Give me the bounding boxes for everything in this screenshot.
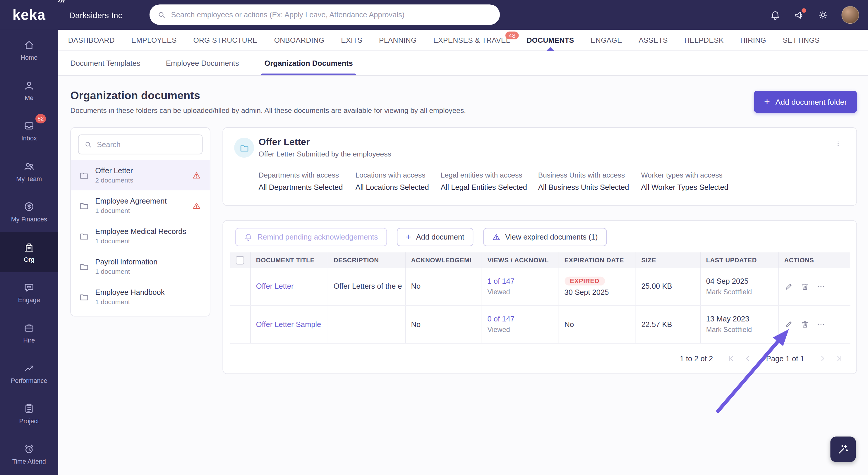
last-page-icon[interactable]: [835, 355, 843, 362]
plus-icon: +: [406, 232, 411, 242]
folder-count: 2 documents: [95, 176, 133, 184]
views-link[interactable]: 1 of 147: [488, 277, 515, 285]
folder-name: Employee Agreement: [95, 196, 166, 205]
next-page-icon[interactable]: [819, 355, 827, 362]
folder-name: Employee Medical Records: [95, 227, 186, 235]
view-expired-documents-button[interactable]: View expired documents (1): [483, 228, 607, 246]
sidebar-item-my-team[interactable]: My Team: [0, 151, 58, 191]
pagination: 1 to 2 of 2 Page 1 of 1: [223, 343, 856, 363]
nav-tab-onboarding[interactable]: ONBOARDING: [274, 30, 324, 50]
plus-icon: +: [764, 97, 770, 107]
page-subtitle: Documents in these folders can be upload…: [70, 106, 466, 114]
pagination-range: 1 to 2 of 2: [680, 354, 713, 363]
subnav-organization-documents[interactable]: Organization Documents: [264, 51, 353, 75]
nav-tab-hiring[interactable]: HIRING: [740, 30, 766, 50]
document-description: [328, 305, 405, 343]
select-all-checkbox[interactable]: [236, 256, 244, 264]
previous-page-icon[interactable]: [744, 355, 751, 362]
pagination-next-group: [819, 355, 843, 362]
access-value: All Legal Entities Selected: [441, 183, 538, 191]
sidebar-item-inbox[interactable]: Inbox 82: [0, 110, 58, 151]
notifications-bell-icon[interactable]: [770, 10, 780, 20]
sidebar-item-hire[interactable]: Hire: [0, 313, 58, 353]
folder-search[interactable]: [78, 134, 203, 154]
folder-search-input[interactable]: [97, 140, 196, 149]
sidebar-item-label: Engage: [18, 296, 40, 303]
nav-tab-org-structure[interactable]: ORG STRUCTURE: [193, 30, 257, 50]
expenses-count-badge: 48: [505, 32, 519, 39]
remind-pending-acknowledgements-button[interactable]: Remind pending acknowledgements: [235, 228, 387, 246]
content-area: Organization documents Documents in thes…: [58, 76, 868, 475]
sidebar-item-time-attend[interactable]: Time Attend: [0, 434, 58, 474]
folder-item-employee-handbook[interactable]: Employee Handbook 1 document: [71, 282, 210, 312]
access-worker-types: Worker types with access All Worker Type…: [641, 171, 728, 192]
sidebar-item-label: Performance: [11, 377, 48, 384]
more-options-icon[interactable]: [816, 282, 825, 291]
edit-pencil-icon[interactable]: [784, 320, 793, 328]
column-description: DESCRIPTION: [328, 252, 405, 268]
global-search[interactable]: [150, 4, 500, 25]
nav-tab-expenses-travel[interactable]: EXPENSES & TRAVEL 48: [433, 30, 510, 50]
folder-icon: [79, 261, 89, 272]
table-row: Offer Letter Sample No 0 of 147 Viewed N…: [230, 305, 850, 343]
folder-item-employee-agreement[interactable]: Employee Agreement 1 document: [71, 190, 210, 221]
sidebar-item-home[interactable]: Home: [0, 30, 58, 70]
edit-pencil-icon[interactable]: [784, 282, 793, 291]
folder-icon: [79, 231, 89, 241]
folder-access-row: Departments with access All Departments …: [258, 171, 845, 192]
sidebar-item-engage[interactable]: Engage: [0, 272, 58, 313]
sidebar-item-label: My Team: [16, 176, 42, 182]
documents-toolbar: Remind pending acknowledgements + Add do…: [223, 221, 856, 252]
global-search-input[interactable]: [171, 10, 492, 19]
nav-tab-employees[interactable]: EMPLOYEES: [131, 30, 177, 50]
sidebar-item-label: Time Attend: [12, 458, 46, 465]
sidebar-item-me[interactable]: Me: [0, 70, 58, 110]
views-sub-label: Viewed: [488, 326, 553, 334]
folder-item-payroll-information[interactable]: Payroll Information 1 document: [71, 251, 210, 282]
documents-table-card: Remind pending acknowledgements + Add do…: [222, 220, 857, 374]
nav-tab-helpdesk[interactable]: HELPDESK: [684, 30, 724, 50]
sidebar-item-label: Inbox: [21, 135, 37, 142]
nav-tab-dashboard[interactable]: DASHBOARD: [68, 30, 115, 50]
first-page-icon[interactable]: [727, 355, 735, 362]
folder-count: 1 document: [95, 267, 157, 275]
settings-gear-icon[interactable]: [818, 10, 828, 20]
briefcase-icon: [23, 322, 35, 334]
nav-tab-assets[interactable]: ASSETS: [639, 30, 668, 50]
nav-tab-planning[interactable]: PLANNING: [379, 30, 417, 50]
views-link[interactable]: 0 of 147: [488, 315, 515, 323]
delete-trash-icon[interactable]: [800, 320, 809, 328]
add-document-folder-button[interactable]: + Add document folder: [754, 91, 857, 113]
nav-tab-exits[interactable]: EXITS: [341, 30, 362, 50]
nav-tab-label: EXPENSES & TRAVEL: [433, 36, 510, 44]
sidebar-item-project[interactable]: Project: [0, 393, 58, 434]
magic-wand-fab[interactable]: [830, 436, 856, 462]
subnav-document-templates[interactable]: Document Templates: [70, 51, 140, 75]
nav-tab-engage[interactable]: ENGAGE: [591, 30, 622, 50]
access-label: Business Units with access: [538, 171, 641, 179]
subnav-employee-documents[interactable]: Employee Documents: [166, 51, 239, 75]
folder-kebab-menu-icon[interactable]: [832, 136, 844, 150]
announcements-icon[interactable]: [794, 10, 805, 20]
document-title-link[interactable]: Offer Letter: [256, 282, 294, 290]
table-header-row: DOCUMENT TITLE DESCRIPTION ACKNOWLEDGEMI…: [230, 252, 850, 268]
expiration-value: No: [559, 305, 636, 343]
sidebar-item-my-finances[interactable]: My Finances: [0, 191, 58, 232]
sidebar-item-label: Hire: [23, 337, 35, 344]
person-icon: [23, 80, 35, 91]
more-options-icon[interactable]: [816, 320, 825, 328]
document-title-link[interactable]: Offer Letter Sample: [256, 320, 321, 328]
delete-trash-icon[interactable]: [800, 282, 809, 291]
pagination-prev-group: [727, 355, 751, 362]
user-avatar[interactable]: [841, 6, 859, 24]
folder-item-offer-letter[interactable]: Offer Letter 2 documents: [71, 160, 210, 190]
nav-tab-documents[interactable]: DOCUMENTS: [527, 30, 574, 50]
document-acknowledgement: No: [405, 268, 482, 306]
performance-chart-icon: [23, 362, 35, 374]
folder-item-employee-medical-records[interactable]: Employee Medical Records 1 document: [71, 221, 210, 251]
add-document-button[interactable]: + Add document: [397, 228, 473, 246]
sidebar-item-performance[interactable]: Performance: [0, 353, 58, 393]
sidebar-item-org[interactable]: Org: [0, 232, 58, 272]
nav-tab-settings[interactable]: SETTINGS: [783, 30, 820, 50]
keka-logo[interactable]: keka: [0, 0, 58, 30]
